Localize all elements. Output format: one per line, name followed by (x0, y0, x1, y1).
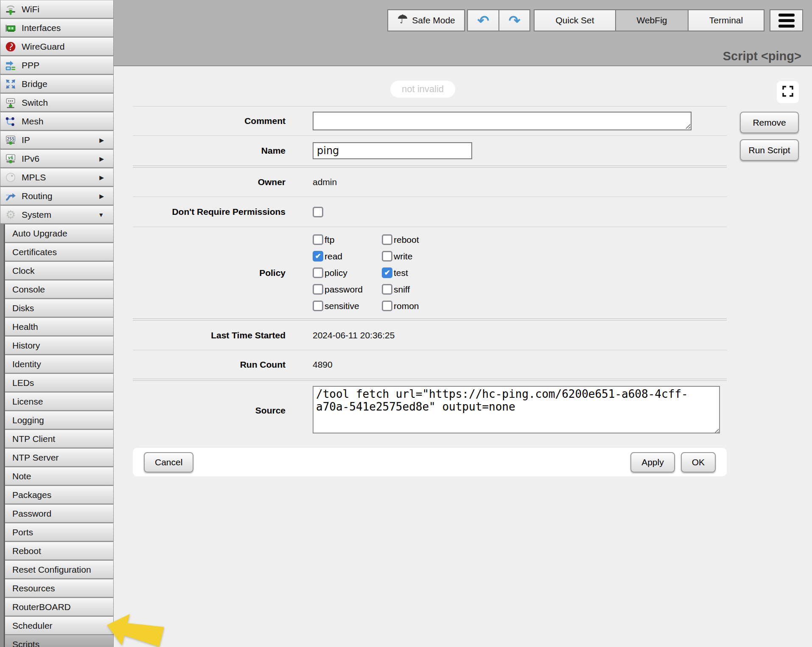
sidebar-item-certificates[interactable]: Certificates (5, 243, 114, 261)
chevron-right-icon: ▶ (99, 155, 104, 162)
policy-checkbox-write[interactable]: ✔ (382, 251, 392, 262)
policy-option-label: reboot (394, 235, 419, 245)
run-count-value: 4890 (313, 360, 333, 370)
sidebar-item-bridge[interactable]: Bridge (0, 75, 114, 93)
bridge-icon (4, 78, 17, 90)
policy-checkbox-romon[interactable]: ✔ (382, 301, 392, 311)
sidebar-item-label: IP (22, 135, 30, 145)
sidebar-item-switch[interactable]: Switch (0, 93, 114, 112)
sidebar-item-license[interactable]: License (5, 392, 114, 411)
policy-option-label: policy (325, 268, 347, 278)
last-time-started-label: Last Time Started (133, 330, 286, 340)
wifi-icon (4, 3, 17, 16)
source-textarea[interactable]: /tool fetch url="https://hc-ping.com/620… (313, 386, 720, 433)
run-count-label: Run Count (133, 360, 286, 370)
cancel-button[interactable]: Cancel (144, 452, 193, 473)
remove-button[interactable]: Remove (740, 112, 799, 133)
interfaces-icon (4, 22, 17, 34)
redo-button[interactable]: ↷ (498, 9, 530, 31)
sidebar-item-password[interactable]: Password (5, 504, 114, 523)
policy-checkbox-read[interactable]: ✔ (313, 251, 323, 262)
chevron-right-icon: ▶ (99, 137, 104, 143)
sidebar-item-auto-upgrade[interactable]: Auto Upgrade (5, 224, 114, 242)
sidebar: WiFi Interfaces WireGuard PPP Bridge Swi… (0, 0, 114, 647)
sidebar-item-identity[interactable]: Identity (5, 355, 114, 373)
sidebar-item-routerboard[interactable]: RouterBOARD (5, 598, 114, 616)
policy-checkbox-password[interactable]: ✔ (313, 284, 323, 295)
sidebar-item-routing[interactable]: Routing ▶ (0, 187, 114, 205)
sidebar-item-note[interactable]: Note (5, 467, 114, 485)
safe-mode-button[interactable]: Safe Mode (387, 9, 465, 31)
sidebar-item-history[interactable]: History (5, 336, 114, 354)
tab-terminal[interactable]: Terminal (688, 9, 764, 31)
policy-checkbox-sniff[interactable]: ✔ (382, 284, 392, 295)
hamburger-menu-button[interactable] (770, 9, 803, 31)
dont-require-permissions-checkbox[interactable]: ✔ (313, 207, 323, 217)
policy-option-label: write (394, 251, 412, 262)
sidebar-item-console[interactable]: Console (5, 280, 114, 298)
policy-option-label: sniff (394, 284, 410, 295)
top-toolbar: Safe Mode ↶ ↷ Quick Set WebFig Terminal … (114, 0, 812, 66)
sidebar-item-resources[interactable]: Resources (5, 579, 114, 597)
undo-icon: ↶ (477, 14, 489, 28)
sidebar-item-ipv6[interactable]: v6 IPv6 ▶ (0, 149, 114, 168)
policy-label: Policy (133, 268, 286, 278)
mesh-icon (4, 115, 17, 128)
sidebar-item-ntp-client[interactable]: NTP Client (5, 430, 114, 448)
source-link[interactable]: Source (133, 405, 286, 416)
sidebar-item-reset-configuration[interactable]: Reset Configuration (5, 560, 114, 579)
sidebar-item-leds[interactable]: LEDs (5, 374, 114, 392)
sidebar-item-ip[interactable]: 255 IP ▶ (0, 131, 114, 149)
sidebar-item-logging[interactable]: Logging (5, 411, 114, 429)
comment-input[interactable] (313, 112, 692, 130)
fullscreen-icon (782, 85, 794, 99)
fullscreen-button[interactable] (777, 81, 799, 103)
policy-checkbox-test[interactable]: ✔ (382, 267, 392, 278)
policy-option-label: test (394, 268, 408, 278)
safe-mode-label: Safe Mode (412, 15, 455, 25)
sidebar-item-ports[interactable]: Ports (5, 523, 114, 541)
sidebar-item-label: Switch (22, 98, 48, 108)
ok-button[interactable]: OK (681, 452, 716, 473)
status-badge: not invalid (390, 81, 455, 98)
sidebar-item-disks[interactable]: Disks (5, 299, 114, 317)
sidebar-item-clock[interactable]: Clock (5, 262, 114, 280)
system-submenu: Auto Upgrade Certificates Clock Console … (4, 224, 114, 647)
policy-checkbox-sensitive[interactable]: ✔ (313, 301, 323, 311)
form-action-bar: Cancel Apply OK (133, 448, 727, 476)
owner-value: admin (313, 177, 337, 187)
sidebar-item-health[interactable]: Health (5, 318, 114, 336)
policy-checkbox-ftp[interactable]: ✔ (313, 234, 323, 245)
name-input[interactable] (313, 142, 472, 159)
chevron-down-icon: ▼ (98, 211, 104, 218)
sidebar-item-scheduler[interactable]: Scheduler (5, 616, 114, 635)
sidebar-item-wifi[interactable]: WiFi (0, 0, 114, 18)
comment-label: Comment (133, 116, 286, 126)
policy-checkbox-reboot[interactable]: ✔ (382, 234, 392, 245)
sidebar-item-ntp-server[interactable]: NTP Server (5, 448, 114, 467)
sidebar-item-wireguard[interactable]: WireGuard (0, 37, 114, 56)
run-script-button[interactable]: Run Script (740, 139, 799, 161)
policy-checkbox-policy[interactable]: ✔ (313, 267, 323, 278)
sidebar-item-mpls[interactable]: MPLS ▶ (0, 168, 114, 186)
sidebar-item-reboot[interactable]: Reboot (5, 542, 114, 560)
script-form: Comment Name Owner admin Don't Require P… (133, 106, 727, 440)
ipv6-icon: v6 (4, 152, 17, 165)
sidebar-item-interfaces[interactable]: Interfaces (0, 19, 114, 37)
undo-button[interactable]: ↶ (467, 9, 499, 31)
routing-icon (4, 190, 17, 203)
sidebar-item-label: WireGuard (22, 42, 65, 52)
policy-option-label: romon (394, 301, 419, 311)
sidebar-item-ppp[interactable]: PPP (0, 56, 114, 74)
sidebar-item-mesh[interactable]: Mesh (0, 112, 114, 130)
gear-icon: ⚙ (4, 208, 17, 221)
apply-button[interactable]: Apply (630, 452, 675, 473)
sidebar-item-label: MPLS (22, 172, 46, 183)
tab-webfig[interactable]: WebFig (615, 9, 689, 31)
content-panel: not invalid Remove Run Script Comment Na… (114, 66, 812, 646)
ppp-icon (4, 59, 17, 72)
tab-quick-set[interactable]: Quick Set (534, 9, 616, 31)
sidebar-item-packages[interactable]: Packages (5, 486, 114, 504)
sidebar-item-system[interactable]: ⚙ System ▼ (0, 205, 114, 224)
sidebar-item-scripts[interactable]: Scripts (5, 635, 114, 647)
